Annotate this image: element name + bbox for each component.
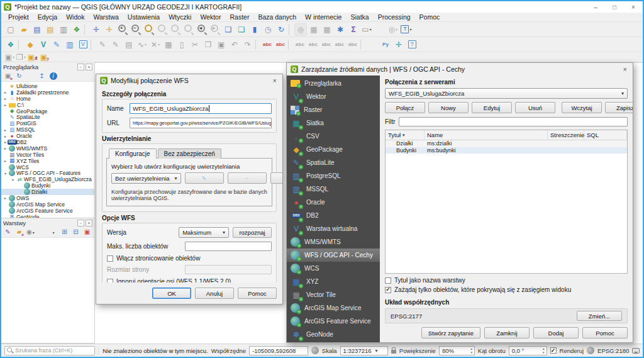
undock-panel-icon[interactable]: ▫ [77, 64, 84, 70]
move-label-icon[interactable]: abc [320, 38, 333, 51]
highlight-pinned-labels-icon[interactable]: abc [307, 38, 319, 51]
add-selected-layers-icon[interactable]: ▣+ [3, 72, 13, 81]
remove-connection-button[interactable]: Usuń [515, 102, 555, 113]
close-button[interactable]: × [624, 1, 643, 13]
connect-button[interactable]: Połącz [385, 102, 425, 113]
name-input[interactable]: WFS_EGIB_UslugaZbiorcza [130, 103, 272, 114]
build-query-button[interactable]: Stwórz zapytanie [421, 327, 480, 338]
close-icon[interactable]: × [621, 65, 629, 73]
data-source-manager-icon[interactable]: ❖ [4, 38, 17, 51]
auth-config-combobox[interactable]: Bez uwierzytelnienia [111, 173, 181, 184]
dsm-oracle-item[interactable]: ●Oracle [287, 196, 380, 209]
version-combobox[interactable]: Maksimum [179, 227, 229, 238]
table-row[interactable]: Budynkims:budynki [386, 147, 627, 154]
menu-projekt[interactable]: Projekt [4, 13, 33, 21]
save-layer-edits-icon[interactable]: ▤ [123, 38, 135, 51]
expander-icon[interactable]: ▸ [3, 103, 8, 107]
ows-item[interactable]: ▸OWS [1, 195, 94, 201]
python-console-icon[interactable]: Py [379, 38, 392, 51]
wcs-item[interactable]: WCS [1, 164, 94, 171]
layer-diagram-icon[interactable]: abc [274, 38, 287, 51]
deselect-features-icon[interactable]: ▣✕▾ [27, 52, 38, 62]
wfs-connection-item[interactable]: ▾⇄WFS_EGIB_UslugaZbiorcza [1, 176, 94, 182]
wfs-ogc-features-item[interactable]: ▾WFS / OGC API - Features [1, 170, 94, 176]
extents-toggle-icon[interactable] [311, 347, 319, 354]
dsm-csv-item[interactable]: ,CSV [287, 130, 380, 143]
modify-attributes-icon[interactable]: ▦ [162, 38, 175, 51]
scale-combobox[interactable]: 1:3237216 [340, 346, 388, 355]
filter-by-expression-icon[interactable]: ▾ [48, 228, 58, 237]
expander-icon[interactable]: ▸ [3, 140, 8, 144]
dsm-virtual-layer-item[interactable]: VWarstwa wirtualna [287, 222, 380, 235]
title-as-layer-name-checkbox[interactable] [385, 277, 391, 284]
vertex-tool-icon[interactable]: ✕▾ [149, 38, 162, 51]
rotate-label-icon[interactable]: abc [333, 38, 346, 51]
messages-icon[interactable] [632, 348, 640, 354]
open-project-icon[interactable]: ▰ [18, 23, 30, 36]
filter-browser-icon[interactable] [26, 72, 35, 81]
expander-icon[interactable]: ▾ [11, 177, 15, 182]
expander-icon[interactable]: ▸ [3, 159, 8, 163]
detect-version-button[interactable]: rozpoznaj [233, 227, 272, 238]
dsm-geopackage-item[interactable]: ◆GeoPackage [287, 143, 380, 156]
new-print-layout-icon[interactable]: ▥ [57, 23, 70, 36]
expander-icon[interactable]: ▸ [3, 128, 8, 132]
menu-w-internecie[interactable]: W internecie [301, 13, 346, 21]
delete-selected-icon[interactable]: ▯ [175, 38, 188, 51]
dsm-raster-item[interactable]: Raster [287, 103, 380, 116]
select-by-form-icon[interactable]: ❐▾ [16, 52, 26, 62]
geopackage-item[interactable]: ◆GeoPackage [1, 108, 94, 115]
enable-paging-checkbox[interactable] [107, 255, 113, 262]
zoom-last-icon[interactable]: ◂ [196, 23, 208, 36]
redo-icon[interactable]: ↷ [242, 38, 254, 51]
copy-features-icon[interactable]: ❐ [202, 38, 214, 51]
paste-features-icon[interactable]: ▣ [215, 38, 228, 51]
change-label-icon[interactable]: abc [347, 38, 359, 51]
map-tips-icon[interactable] [374, 23, 386, 36]
qgis-hub-icon[interactable] [419, 38, 431, 51]
statistical-summary-icon[interactable]: Σ [347, 23, 360, 36]
ok-button[interactable]: OK [152, 288, 191, 299]
dsm-wfs-ogc-item[interactable]: WFS / OGC API - Cechy [287, 249, 380, 262]
open-layer-styling-icon[interactable]: ✎ [3, 228, 13, 237]
column-header-tytul[interactable]: Tytuł▾ [386, 130, 425, 140]
column-header-streszczenie[interactable]: Streszczenie [548, 130, 584, 140]
dsm-vector-tile-item[interactable]: ▦Vector Tile [287, 288, 380, 301]
expander-icon[interactable]: ▸ [3, 196, 8, 200]
spatialite-item[interactable]: ✎SpatiaLite [1, 114, 94, 120]
expander-icon[interactable]: ▸ [3, 134, 8, 138]
remove-auth-config-button[interactable]: − [228, 172, 267, 184]
coordinates-input[interactable]: -105009,592608 [249, 346, 308, 355]
processing-toolbox-icon[interactable]: ✱ [334, 23, 347, 36]
menu-wtyczki[interactable]: Wtyczki [164, 13, 196, 21]
save-project-as-icon[interactable]: ▤ [44, 23, 57, 36]
save-connections-button[interactable]: Zapisz [605, 102, 633, 113]
dsm-vector-item[interactable]: VWektor [287, 90, 380, 103]
close-panel-icon[interactable]: × [86, 64, 92, 70]
rotation-spinbox[interactable]: 0,0 ° [509, 346, 547, 355]
manage-map-themes-icon[interactable]: ◉▾ [26, 228, 35, 237]
close-panel-icon[interactable]: × [86, 220, 92, 227]
add-group-icon[interactable]: ▰+ [14, 228, 24, 237]
filter-legend-icon[interactable] [37, 228, 47, 237]
expander-icon[interactable]: ▸ [3, 90, 8, 94]
render-checkbox[interactable] [550, 347, 557, 354]
menu-warstwa[interactable]: Warstwa [89, 13, 123, 21]
drive-c-item[interactable]: ▸C:\ [1, 102, 94, 108]
zoom-out-icon[interactable]: − [130, 23, 142, 36]
open-attribute-table-icon[interactable]: ▦ [321, 23, 333, 36]
dsm-xyz-item[interactable]: ▦XYZ [287, 275, 380, 288]
select-by-value-icon[interactable]: ▣? [38, 52, 49, 62]
menu-processing[interactable]: Processing [374, 13, 415, 21]
zoom-to-layer-icon[interactable] [169, 23, 182, 36]
cancel-button[interactable]: Anuluj [195, 288, 234, 299]
refresh-map-icon[interactable]: ↻ [275, 23, 287, 36]
zoom-native-resolution-icon[interactable] [182, 23, 195, 36]
home-item[interactable]: ▸⌂Home [1, 96, 94, 102]
max-features-input[interactable] [185, 242, 272, 251]
tab-konfiguracje[interactable]: Konfiguracje [109, 148, 157, 159]
geonode-item[interactable]: ✻GeoNode [1, 214, 94, 218]
dsm-arcgis-map-item[interactable]: ArcGIS Map Service [287, 301, 380, 315]
remove-layer-icon[interactable]: ▣ [82, 228, 92, 237]
pan-to-selection-icon[interactable]: ✛ [103, 23, 116, 36]
